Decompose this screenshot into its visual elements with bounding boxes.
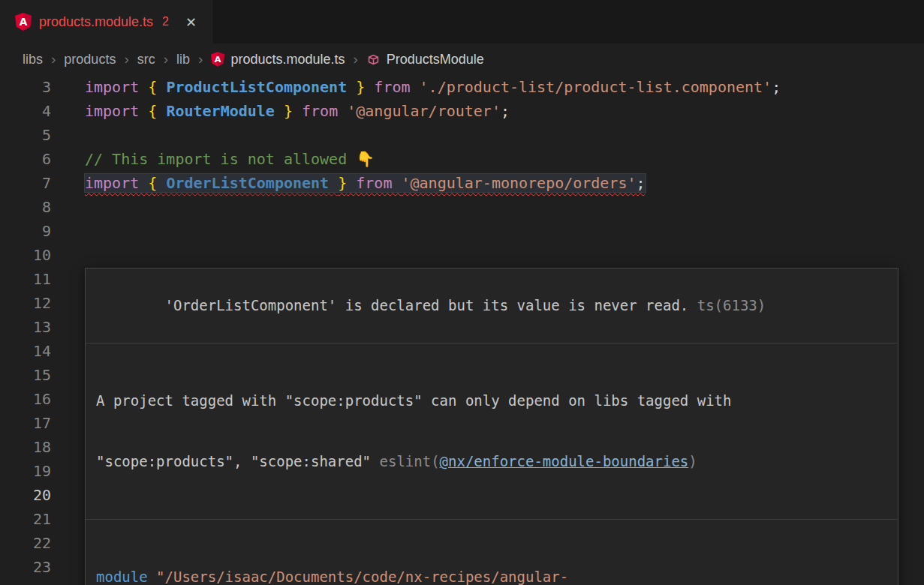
code-line[interactable]: 3import { ProductListComponent } from '.…: [0, 75, 924, 99]
svg-text:A: A: [215, 55, 221, 64]
angular-icon: A: [211, 52, 224, 67]
breadcrumb-item[interactable]: lib: [176, 52, 190, 68]
eslint-message-line2: "scope:products", "scope:shared" eslint(…: [96, 452, 887, 472]
hover-eslint-diagnostic: A project tagged with "scope:products" c…: [86, 344, 898, 520]
breadcrumb-file-label: products.module.ts: [230, 52, 345, 68]
breadcrumb: libs›products›src›lib› A products.module…: [0, 44, 924, 75]
line-number: 9: [0, 219, 51, 243]
hover-module-info: module "/Users/isaac/Documents/code/nx-r…: [86, 520, 898, 585]
eslint-rule-link[interactable]: @nx/enforce-module-boundaries: [440, 453, 689, 470]
code-text: [85, 123, 924, 147]
tab-title: products.module.ts: [39, 14, 153, 30]
line-number: 6: [0, 147, 51, 171]
line-number: 11: [0, 267, 51, 291]
chevron-right-icon: ›: [124, 51, 128, 68]
chevron-right-icon: ›: [198, 51, 203, 68]
code-line[interactable]: 4import { RouterModule } from '@angular/…: [0, 99, 924, 123]
breadcrumb-file[interactable]: A products.module.ts: [211, 52, 345, 68]
breadcrumb-item[interactable]: libs: [23, 52, 43, 68]
code-text: import { RouterModule } from '@angular/r…: [85, 99, 924, 123]
line-number: 15: [0, 363, 51, 387]
line-number: 21: [0, 507, 51, 531]
line-number: 18: [0, 435, 51, 459]
code-line[interactable]: 6// This import is not allowed 👇: [0, 147, 924, 171]
breadcrumb-item[interactable]: products: [64, 52, 116, 68]
code-line[interactable]: 7import { OrderListComponent } from '@an…: [0, 171, 924, 195]
line-number: 13: [0, 315, 51, 339]
breadcrumb-symbol[interactable]: ProductsModule: [366, 52, 484, 68]
hover-popup: 'OrderListComponent' is declared but its…: [85, 268, 898, 585]
code-line[interactable]: 10: [0, 243, 924, 267]
code-text: [85, 195, 924, 219]
breadcrumb-item[interactable]: src: [137, 52, 155, 68]
line-number: 4: [0, 99, 51, 123]
line-number: 17: [0, 411, 51, 435]
breadcrumb-path: libs›products›src›lib›: [23, 51, 211, 68]
line-number: 22: [0, 531, 51, 555]
chevron-right-icon: ›: [164, 51, 168, 68]
svg-text:A: A: [20, 16, 28, 28]
line-number: 8: [0, 195, 51, 219]
angular-icon: A: [15, 13, 32, 31]
chevron-right-icon: ›: [51, 51, 56, 68]
eslint-message-line1: A project tagged with "scope:products" c…: [96, 391, 887, 411]
chevron-right-icon: ›: [353, 51, 357, 68]
code-text: import { OrderListComponent } from '@ang…: [85, 171, 924, 195]
code-line[interactable]: 9: [0, 219, 924, 243]
ts-diagnostic-message: 'OrderListComponent' is declared but its…: [165, 297, 689, 314]
class-symbol-icon: [366, 52, 381, 67]
editor-tab[interactable]: A products.module.ts 2 ✕: [0, 0, 212, 44]
hover-ts-diagnostic: 'OrderListComponent' is declared but its…: [86, 268, 898, 344]
line-number: 16: [0, 387, 51, 411]
code-editor[interactable]: 3import { ProductListComponent } from '.…: [0, 75, 924, 579]
module-info-line1: module "/Users/isaac/Documents/code/nx-r…: [96, 567, 887, 585]
line-number: 10: [0, 243, 51, 267]
close-icon[interactable]: ✕: [185, 14, 197, 30]
tab-problem-count-badge: 2: [162, 15, 169, 28]
code-text: [85, 219, 924, 243]
line-number: 7: [0, 171, 51, 195]
code-line[interactable]: 5: [0, 123, 924, 147]
line-number: 3: [0, 75, 51, 99]
error-squiggle-region: import { OrderListComponent } from '@ang…: [85, 174, 646, 192]
line-number: 12: [0, 291, 51, 315]
vscode-window: A products.module.ts 2 ✕ libs›products›s…: [0, 0, 924, 585]
line-number: 5: [0, 123, 51, 147]
line-number: 20: [0, 483, 51, 507]
code-text: import { ProductListComponent } from './…: [85, 75, 924, 99]
code-text: // This import is not allowed 👇: [85, 147, 924, 171]
breadcrumb-symbol-label: ProductsModule: [387, 52, 484, 68]
code-text: [85, 243, 924, 267]
line-number: 23: [0, 555, 51, 579]
line-number: 19: [0, 459, 51, 483]
ts-diagnostic-code: ts(6133): [688, 297, 766, 314]
code-line[interactable]: 8: [0, 195, 924, 219]
tab-bar: A products.module.ts 2 ✕: [0, 0, 924, 44]
line-number: 14: [0, 339, 51, 363]
